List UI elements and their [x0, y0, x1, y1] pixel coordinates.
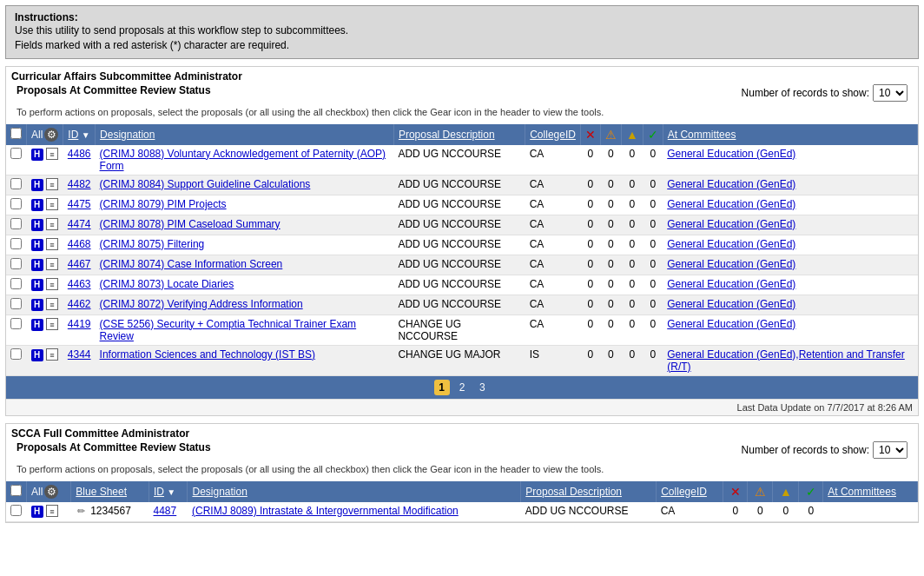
doc-icon[interactable]: ≡ — [46, 198, 58, 210]
row-checkbox[interactable] — [10, 218, 22, 229]
row-id-link[interactable]: 4475 — [68, 198, 91, 210]
section1-page-1[interactable]: 1 — [434, 380, 450, 395]
section2-blue-sheet-col-link[interactable]: Blue Sheet — [76, 486, 127, 498]
row-checkbox[interactable] — [10, 318, 22, 329]
row-designation-link[interactable]: (CRIMJ 8072) Verifying Address Informati… — [100, 298, 303, 310]
section1-at-committees-col-link[interactable]: At Committees — [668, 129, 736, 141]
row-id-link[interactable]: 4468 — [68, 238, 91, 250]
section1-gear-icon[interactable]: ⚙ — [44, 128, 58, 142]
section2-header-id[interactable]: ID ▼ — [149, 481, 188, 502]
doc-icon[interactable]: ≡ — [46, 238, 58, 250]
row-at-committees-link[interactable]: General Education (GenEd) — [667, 198, 795, 210]
row-x: 0 — [580, 345, 600, 375]
section2-at-committees-col-link[interactable]: At Committees — [828, 486, 896, 498]
h-icon[interactable]: H — [31, 299, 43, 311]
row-id-link[interactable]: 4482 — [68, 178, 91, 190]
row-designation-link[interactable]: (CRIMJ 8079) PIM Projects — [100, 198, 227, 210]
row-checkbox[interactable] — [10, 348, 22, 360]
h-icon[interactable]: H — [31, 279, 43, 291]
row-checkbox[interactable] — [10, 505, 22, 516]
row-check: 0 — [643, 255, 663, 275]
row-at-committees-link[interactable]: General Education (GenEd) — [667, 238, 795, 250]
h-icon[interactable]: H — [31, 149, 43, 161]
doc-icon[interactable]: ≡ — [46, 218, 58, 230]
doc-icon[interactable]: ≡ — [46, 278, 58, 290]
row-at-committees-link[interactable]: General Education (GenEd) — [667, 278, 795, 290]
h-icon[interactable]: H — [31, 219, 43, 231]
row-designation-link[interactable]: (CRIMJ 8084) Support Guideline Calculati… — [100, 178, 311, 190]
row-checkbox[interactable] — [10, 258, 22, 269]
h-icon[interactable]: H — [31, 199, 43, 211]
row-id-link[interactable]: 4474 — [68, 218, 91, 230]
section2-college-id-col-link[interactable]: CollegeID — [661, 486, 707, 498]
doc-icon[interactable]: ≡ — [46, 258, 58, 270]
row-designation: (CRIMJ 8074) Case Information Screen — [96, 255, 394, 275]
row-designation-link[interactable]: Information Sciences and Technology (IST… — [100, 348, 315, 361]
row-at-committees-link[interactable]: General Education (GenEd) — [667, 318, 795, 330]
doc-icon[interactable]: ≡ — [46, 298, 58, 310]
row-at-committees-link[interactable]: General Education (GenEd) — [667, 218, 795, 230]
row-checkbox[interactable] — [10, 238, 22, 249]
row-id-link[interactable]: 4487 — [154, 505, 177, 517]
section1-proposal-desc-col-link[interactable]: Proposal Description — [399, 129, 495, 141]
h-icon[interactable]: H — [31, 506, 43, 518]
section1-records-select[interactable]: 10 25 50 — [873, 84, 908, 102]
row-designation-link[interactable]: (CRIMJ 8073) Locate Diaries — [100, 278, 234, 290]
row-id-link[interactable]: 4344 — [68, 348, 91, 361]
section1-page-3[interactable]: 3 — [474, 380, 490, 395]
h-icon[interactable]: H — [31, 239, 43, 251]
section1-header-at-committees[interactable]: At Committees — [663, 124, 917, 145]
h-icon[interactable]: H — [31, 259, 43, 271]
section1-header-designation[interactable]: Designation — [96, 124, 394, 145]
section2-header-blue-sheet[interactable]: Blue Sheet — [71, 481, 149, 502]
row-at-committees-link[interactable]: General Education (GenEd) — [667, 298, 795, 310]
section2-proposal-desc-col-link[interactable]: Proposal Description — [525, 486, 622, 498]
section1-select-all-checkbox[interactable] — [10, 128, 22, 139]
doc-icon[interactable]: ≡ — [46, 178, 58, 190]
row-at-committees-link[interactable]: General Education (GenEd) — [667, 178, 795, 190]
h-icon[interactable]: H — [31, 349, 43, 361]
section2-select-all-checkbox[interactable] — [10, 485, 22, 496]
row-at-committees-link[interactable]: General Education (GenEd) — [667, 258, 795, 270]
row-at-committees-link[interactable]: General Education (GenEd),Retention and … — [667, 348, 905, 373]
section1-page-2[interactable]: 2 — [454, 380, 470, 395]
section2-designation-col-link[interactable]: Designation — [192, 486, 247, 498]
row-checkbox[interactable] — [10, 298, 22, 309]
section2-header-at-committees[interactable]: At Committees — [823, 481, 918, 502]
doc-icon[interactable]: ≡ — [46, 348, 58, 361]
row-checkbox[interactable] — [10, 148, 22, 159]
section1-id-col-link[interactable]: ID — [68, 129, 78, 141]
doc-icon[interactable]: ≡ — [46, 318, 58, 330]
row-id-link[interactable]: 4419 — [68, 318, 91, 330]
row-id-link[interactable]: 4463 — [68, 278, 91, 290]
doc-icon[interactable]: ≡ — [46, 505, 58, 517]
row-at-committees-link[interactable]: General Education (GenEd) — [667, 148, 795, 160]
row-checkbox[interactable] — [10, 278, 22, 289]
h-icon[interactable]: H — [31, 179, 43, 191]
section1-college-id-col-link[interactable]: CollegeID — [530, 129, 576, 141]
section1-header-college-id[interactable]: CollegeID — [525, 124, 581, 145]
section2-id-col-link[interactable]: ID — [154, 486, 164, 498]
section1-designation-col-link[interactable]: Designation — [100, 129, 155, 141]
row-designation-link[interactable]: (CRIMJ 8089) Intrastate & Intergovernmen… — [192, 505, 459, 517]
row-designation-link[interactable]: (CRIMJ 8088) Voluntary Acknowledgement o… — [100, 148, 386, 172]
section2-header-designation[interactable]: Designation — [188, 481, 521, 502]
row-designation-link[interactable]: (CRIMJ 8074) Case Information Screen — [100, 258, 283, 270]
row-designation-link[interactable]: (CRIMJ 8075) Filtering — [100, 238, 205, 250]
doc-icon[interactable]: ≡ — [46, 148, 58, 160]
section2-header-college-id[interactable]: CollegeID — [657, 481, 723, 502]
section2-records-select[interactable]: 10 25 50 — [873, 441, 908, 459]
section2-gear-icon[interactable]: ⚙ — [44, 485, 58, 499]
h-icon[interactable]: H — [31, 319, 43, 331]
section2-header-proposal-description[interactable]: Proposal Description — [521, 481, 657, 502]
row-id-link[interactable]: 4462 — [68, 298, 91, 310]
row-checkbox[interactable] — [10, 178, 22, 189]
row-checkbox[interactable] — [10, 198, 22, 209]
pencil-icon[interactable]: ✏ — [76, 505, 88, 517]
row-designation-link[interactable]: (CRIMJ 8078) PIM Caseload Summary — [100, 218, 280, 230]
section1-header-id[interactable]: ID ▼ — [63, 124, 96, 145]
section1-header-proposal-description[interactable]: Proposal Description — [393, 124, 525, 145]
row-id-link[interactable]: 4467 — [68, 258, 91, 270]
row-designation-link[interactable]: (CSE 5256) Security + Comptia Technical … — [100, 318, 357, 342]
row-id-link[interactable]: 4486 — [68, 148, 91, 160]
